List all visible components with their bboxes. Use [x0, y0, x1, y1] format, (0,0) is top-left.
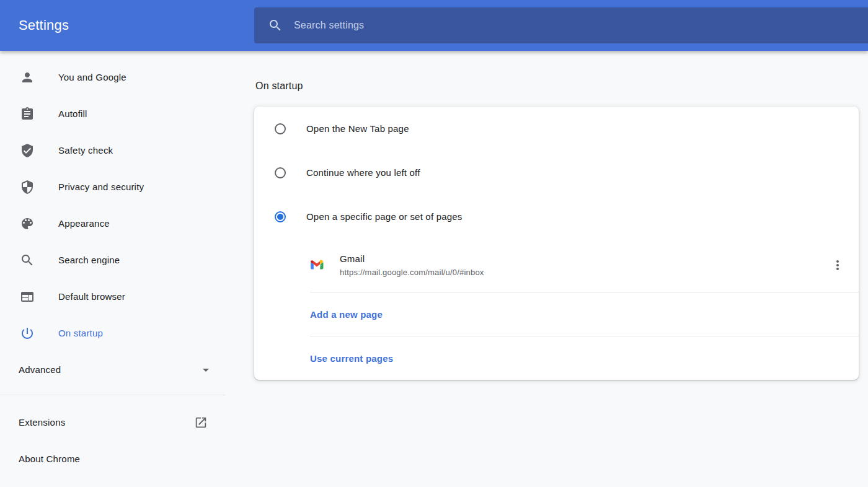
sidebar-item-autofill[interactable]: Autofill — [0, 95, 254, 132]
sidebar-item-label: On startup — [58, 328, 103, 338]
search-icon — [268, 18, 283, 33]
settings-sidebar: You and Google Autofill Safety check Pri… — [0, 51, 254, 487]
sidebar-item-extensions[interactable]: Extensions — [0, 404, 254, 441]
use-current-pages-row: Use current pages — [254, 336, 859, 380]
more-vert-icon — [830, 258, 845, 273]
option-open-new-tab[interactable]: Open the New Tab page — [254, 107, 859, 151]
chevron-down-icon — [198, 362, 213, 377]
radio-button[interactable] — [275, 167, 286, 178]
power-icon — [20, 326, 35, 341]
browser-window-icon — [20, 289, 35, 304]
person-icon — [20, 70, 35, 85]
startup-page-title: Gmail — [340, 253, 484, 264]
sidebar-item-label: You and Google — [58, 72, 126, 82]
sidebar-item-label: Safety check — [58, 145, 113, 156]
clipboard-icon — [20, 107, 35, 121]
search-area — [254, 0, 868, 51]
shield-check-icon — [20, 143, 35, 158]
section-heading: On startup — [254, 81, 868, 92]
startup-page-url: https://mail.google.com/mail/u/0/#inbox — [340, 268, 484, 277]
header-left: Settings — [0, 0, 254, 51]
gmail-icon — [310, 258, 324, 272]
header-toolbar: Settings — [0, 0, 868, 51]
radio-button-selected[interactable] — [275, 211, 286, 222]
chrome-settings-page: Settings You and Google Autofill Safety … — [0, 0, 868, 487]
sidebar-item-label: Privacy and security — [58, 182, 144, 192]
sidebar-item-about-chrome[interactable]: About Chrome — [0, 441, 254, 477]
use-current-pages-button[interactable]: Use current pages — [310, 353, 393, 364]
sidebar-item-search-engine[interactable]: Search engine — [0, 242, 254, 278]
extensions-label: Extensions — [19, 417, 65, 428]
startup-page-info: Gmail https://mail.google.com/mail/u/0/#… — [340, 253, 484, 277]
option-label: Open the New Tab page — [306, 123, 409, 134]
search-box — [254, 7, 868, 43]
sidebar-divider — [0, 395, 225, 395]
radio-button[interactable] — [275, 123, 286, 134]
option-label: Continue where you left off — [306, 167, 420, 178]
sidebar-item-you-and-google[interactable]: You and Google — [0, 59, 254, 95]
sidebar-item-privacy-security[interactable]: Privacy and security — [0, 169, 254, 205]
add-new-page-button[interactable]: Add a new page — [310, 309, 383, 320]
advanced-label: Advanced — [19, 364, 61, 375]
sidebar-item-default-browser[interactable]: Default browser — [0, 278, 254, 315]
magnifier-icon — [20, 253, 35, 268]
option-label: Open a specific page or set of pages — [306, 211, 463, 222]
sidebar-item-safety-check[interactable]: Safety check — [0, 132, 254, 169]
shield-half-icon — [20, 180, 35, 195]
option-open-specific-pages[interactable]: Open a specific page or set of pages — [254, 195, 859, 239]
content-area: You and Google Autofill Safety check Pri… — [0, 51, 868, 487]
sidebar-item-on-startup[interactable]: On startup — [0, 315, 254, 351]
more-actions-button[interactable] — [826, 254, 849, 276]
search-input[interactable] — [294, 20, 868, 31]
add-new-page-row: Add a new page — [254, 292, 859, 336]
startup-page-row: Gmail https://mail.google.com/mail/u/0/#… — [254, 239, 859, 292]
sidebar-item-label: Default browser — [58, 291, 125, 302]
sidebar-item-label: Autofill — [58, 108, 87, 119]
about-chrome-label: About Chrome — [19, 454, 80, 464]
page-title: Settings — [19, 17, 69, 33]
sidebar-advanced-toggle[interactable]: Advanced — [0, 351, 254, 388]
sidebar-item-label: Search engine — [58, 255, 120, 265]
on-startup-card: Open the New Tab page Continue where you… — [254, 107, 859, 380]
option-continue-where-left-off[interactable]: Continue where you left off — [254, 151, 859, 195]
open-in-new-icon — [194, 416, 208, 429]
sidebar-item-appearance[interactable]: Appearance — [0, 205, 254, 242]
main-panel: On startup Open the New Tab page Continu… — [254, 51, 868, 487]
palette-icon — [20, 216, 35, 231]
sidebar-item-label: Appearance — [58, 218, 110, 229]
